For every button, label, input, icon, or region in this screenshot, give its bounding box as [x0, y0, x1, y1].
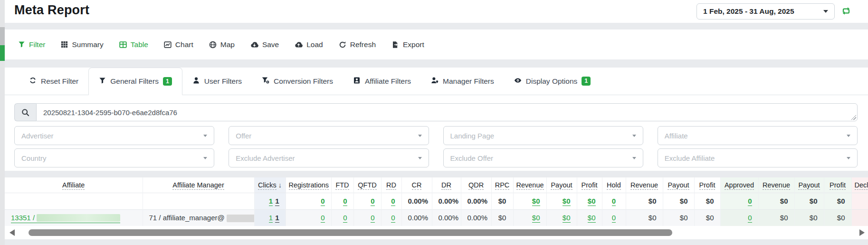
- column-header-profit[interactable]: Profit: [824, 177, 851, 193]
- select-affiliate[interactable]: Affiliate: [658, 126, 858, 145]
- select-advertiser[interactable]: Advertiser: [14, 126, 214, 145]
- value-link[interactable]: $0: [532, 214, 540, 223]
- tool-button-table[interactable]: Table: [119, 40, 148, 49]
- tool-button-save[interactable]: Save: [250, 40, 279, 49]
- column-header-qftd[interactable]: QFTD: [353, 177, 381, 193]
- column-header-profit[interactable]: Profit: [694, 177, 720, 193]
- filter-icon: [99, 77, 106, 86]
- column-header-payout[interactable]: Payout: [546, 177, 577, 193]
- value-text: $0: [649, 197, 657, 205]
- value-link[interactable]: 1: [269, 214, 273, 223]
- scroll-left-icon[interactable]: [10, 229, 15, 236]
- tab-affiliate-filters[interactable]: Affiliate Filters: [343, 68, 421, 95]
- tab-label: Conversion Filters: [274, 77, 333, 86]
- cell-rd: 0: [381, 193, 401, 209]
- value-link[interactable]: 0: [371, 214, 374, 223]
- column-header-revenue[interactable]: Revenue: [626, 177, 663, 193]
- value-link[interactable]: 1: [275, 214, 279, 223]
- column-header-label: Registrations: [289, 181, 329, 190]
- value-text: $0: [498, 197, 506, 205]
- value-link[interactable]: $0: [532, 197, 540, 206]
- value-link[interactable]: 0: [321, 214, 324, 223]
- tab-general-filters[interactable]: General Filters1: [88, 68, 182, 95]
- search-row: [5, 95, 868, 121]
- tool-button-chart[interactable]: Chart: [164, 40, 193, 49]
- value-link[interactable]: 0: [612, 214, 616, 223]
- column-header-declined[interactable]: Declined: [851, 177, 868, 193]
- select-placeholder: Offer: [236, 132, 251, 140]
- column-header-payout[interactable]: Payout: [663, 177, 694, 193]
- column-header-revenue[interactable]: Revenue: [513, 177, 546, 193]
- scroll-right-icon[interactable]: [859, 229, 865, 236]
- cell-clicks: 11: [254, 193, 286, 209]
- tab-display-options[interactable]: Display Options1: [504, 68, 601, 95]
- tool-button-export[interactable]: Export: [391, 40, 424, 49]
- column-header-dr[interactable]: DR: [432, 177, 461, 193]
- value-link[interactable]: 0: [343, 214, 347, 223]
- value-link[interactable]: 0: [612, 197, 616, 206]
- resize-handle-icon[interactable]: [851, 115, 856, 120]
- value-link[interactable]: $0: [588, 214, 596, 223]
- tab-user-filters[interactable]: User Filters: [182, 68, 252, 95]
- column-header-rd[interactable]: RD: [381, 177, 401, 193]
- column-header-hold[interactable]: Hold: [602, 177, 626, 193]
- chevron-down-icon: [847, 135, 850, 137]
- value-link[interactable]: $0: [563, 197, 571, 206]
- chevron-down-icon: [418, 135, 422, 137]
- tab-manager-filters[interactable]: Manager Filters: [421, 68, 504, 95]
- tab-conversion-filters[interactable]: Conversion Filters: [252, 68, 343, 95]
- column-header-cr[interactable]: CR: [401, 177, 432, 193]
- tool-button-load[interactable]: Load: [295, 40, 323, 49]
- value-link[interactable]: 0: [391, 214, 395, 223]
- cell-declined: [851, 193, 868, 209]
- scrollbar-thumb[interactable]: [29, 229, 672, 236]
- select-landing-page[interactable]: Landing Page: [443, 126, 643, 145]
- horizontal-scrollbar: [5, 226, 868, 239]
- value-text: $0: [810, 197, 818, 205]
- column-header-affiliate[interactable]: Affiliate: [5, 177, 143, 193]
- tool-button-filter[interactable]: Filter: [18, 40, 45, 49]
- value-link[interactable]: 0: [748, 214, 752, 223]
- value-link[interactable]: 0: [391, 197, 395, 206]
- cell-affiliate: [5, 193, 143, 209]
- column-header-approved[interactable]: Approved: [720, 177, 758, 193]
- column-header-affiliate-manager[interactable]: Affiliate Manager: [143, 177, 254, 193]
- column-header-rpc[interactable]: RPC: [491, 177, 513, 193]
- column-header-payout[interactable]: Payout: [794, 177, 824, 193]
- value-link[interactable]: 0: [321, 197, 324, 206]
- value-link[interactable]: 1: [269, 197, 273, 206]
- separator-band: [5, 171, 868, 177]
- select-offer[interactable]: Offer: [229, 126, 429, 145]
- value-link[interactable]: 0: [748, 197, 752, 206]
- date-range-select[interactable]: 1 Feb, 2025 - 31 Aug, 2025: [696, 3, 835, 20]
- column-header-profit[interactable]: Profit: [577, 177, 602, 193]
- column-header-registrations[interactable]: Registrations: [286, 177, 331, 193]
- cell-dr: 0.00%: [432, 209, 461, 226]
- value-link[interactable]: $0: [563, 214, 571, 223]
- filter-selects-grid: AdvertiserOfferLanding PageAffiliateCoun…: [5, 121, 868, 171]
- cell-profit: $0: [694, 209, 720, 226]
- tool-button-map[interactable]: Map: [209, 40, 235, 49]
- column-header-revenue[interactable]: Revenue: [758, 177, 794, 193]
- select-exclude-advertiser[interactable]: Exclude Advertiser: [229, 148, 429, 167]
- value-link[interactable]: 0: [371, 197, 374, 206]
- column-header-ftd[interactable]: FTD: [331, 177, 353, 193]
- repeat-icon[interactable]: [841, 6, 852, 17]
- select-exclude-offer[interactable]: Exclude Offer: [443, 148, 643, 167]
- value-link[interactable]: 1: [275, 197, 279, 206]
- affiliate-row: 13351 /71 / affiliate_manager@1100000.00…: [5, 209, 868, 226]
- select-exclude-affiliate[interactable]: Exclude Affiliate: [658, 148, 858, 167]
- value-link[interactable]: 0: [343, 197, 347, 206]
- column-header-clicks[interactable]: Clicks↓: [254, 177, 286, 193]
- column-header-qdr[interactable]: QDR: [461, 177, 491, 193]
- tool-button-refresh[interactable]: Refresh: [339, 40, 376, 49]
- select-placeholder: Exclude Advertiser: [236, 154, 295, 162]
- table-icon: [119, 41, 127, 49]
- column-header-label: FTD: [335, 181, 349, 190]
- select-country[interactable]: Country: [14, 148, 214, 167]
- affiliate-link[interactable]: 13351 /: [11, 214, 120, 223]
- tool-button-summary[interactable]: Summary: [61, 40, 103, 49]
- tab-reset-filter[interactable]: Reset Filter: [19, 68, 88, 95]
- value-link[interactable]: $0: [588, 197, 596, 206]
- search-input[interactable]: [36, 103, 858, 121]
